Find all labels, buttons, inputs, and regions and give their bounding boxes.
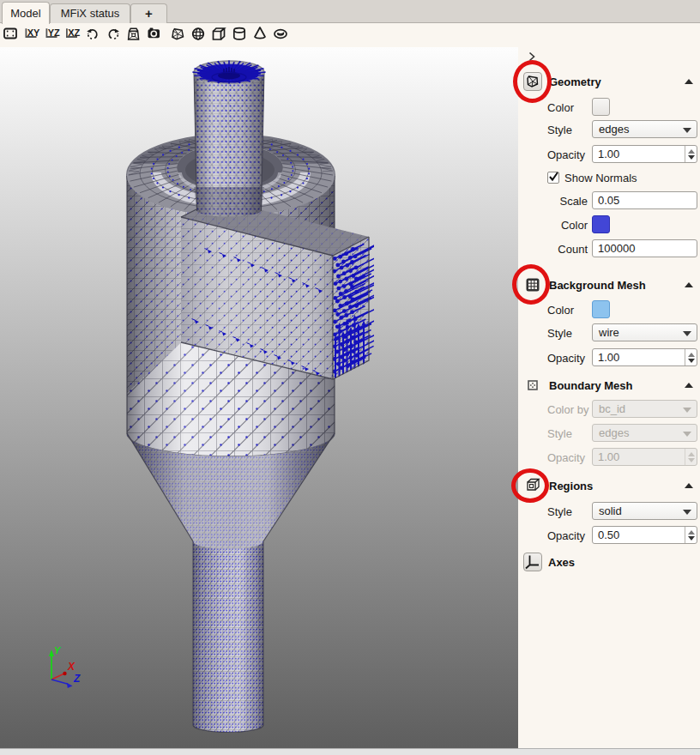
svg-text:YZ: YZ <box>48 27 60 38</box>
svg-text:XZ: XZ <box>68 27 80 38</box>
svg-text:Z: Z <box>73 673 81 685</box>
svg-text:XY: XY <box>27 27 40 38</box>
svg-text:Y: Y <box>54 645 62 655</box>
svg-text:X: X <box>67 661 75 673</box>
